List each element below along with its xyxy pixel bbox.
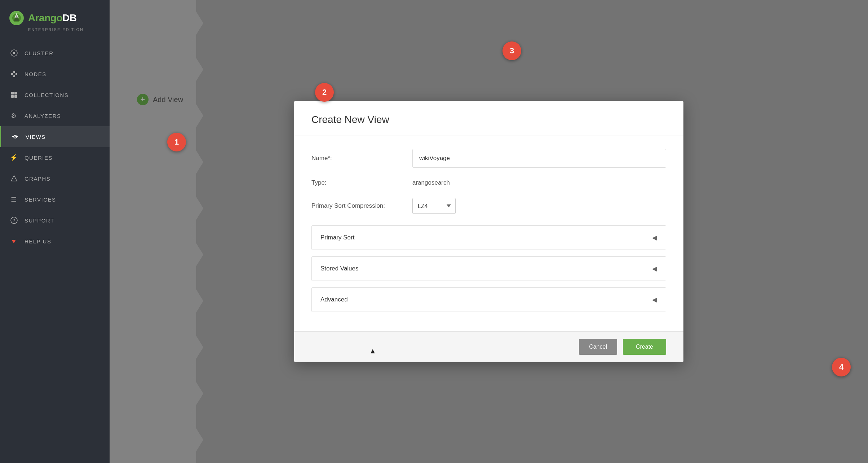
sidebar-item-services-label: SERVICES	[25, 197, 56, 203]
annotation-1: 1	[167, 133, 186, 151]
type-value: arangosearch	[412, 179, 666, 186]
sidebar-nav: CLUSTER NODES CO	[0, 39, 110, 463]
primary-sort-title: Primary Sort	[320, 234, 354, 241]
services-icon: ☰	[10, 195, 18, 203]
svg-rect-10	[11, 95, 14, 98]
compression-label: Primary Sort Compression:	[311, 202, 412, 210]
sidebar: ArangoDB ENTERPRISE EDITION CLUSTER	[0, 0, 110, 463]
svg-rect-4	[11, 73, 13, 75]
svg-rect-7	[13, 75, 15, 77]
stored-values-header[interactable]: Stored Values ◀	[312, 257, 666, 281]
primary-sort-header[interactable]: Primary Sort ◀	[312, 226, 666, 250]
main-content: + Add View 1 2 3 4 Create New View Name*…	[110, 0, 868, 463]
advanced-arrow: ◀	[652, 296, 657, 304]
sidebar-item-queries[interactable]: ⚡ QUERIES	[0, 147, 110, 168]
sidebar-item-graphs[interactable]: GRAPHS	[0, 168, 110, 189]
dialog-title: Create New View	[311, 114, 666, 125]
logo-area: ArangoDB ENTERPRISE EDITION	[0, 0, 110, 39]
type-row: Type: arangosearch	[311, 179, 666, 186]
heart-icon: ♥	[10, 237, 18, 245]
nodes-icon	[10, 70, 18, 78]
sidebar-item-analyzers-label: ANALYZERS	[25, 113, 61, 119]
sidebar-item-services[interactable]: ☰ SERVICES	[0, 189, 110, 210]
name-input[interactable]	[412, 149, 666, 168]
primary-sort-section: Primary Sort ◀	[311, 225, 666, 250]
collections-icon	[10, 91, 18, 99]
sidebar-item-collections-label: COLLECTIONS	[25, 92, 68, 98]
sidebar-item-nodes-label: NODES	[25, 71, 46, 77]
advanced-header[interactable]: Advanced ◀	[312, 288, 666, 312]
dialog-header: Create New View	[294, 101, 683, 136]
mouse-cursor: ▲	[369, 347, 376, 355]
name-label: Name*:	[311, 155, 412, 162]
stored-values-arrow: ◀	[652, 265, 657, 273]
sidebar-item-cluster-label: CLUSTER	[25, 50, 54, 56]
svg-text:?: ?	[13, 218, 15, 223]
svg-rect-5	[13, 71, 15, 73]
advanced-section: Advanced ◀	[311, 287, 666, 312]
sidebar-item-queries-label: QUERIES	[25, 155, 53, 161]
arangodb-logo-icon	[9, 10, 25, 26]
compression-select[interactable]: LZ4 none	[412, 198, 456, 214]
analyzers-icon: ⚙	[10, 112, 18, 120]
sidebar-item-support[interactable]: ? SUPPORT	[0, 210, 110, 231]
sidebar-item-views-label: VIEWS	[26, 134, 46, 140]
support-icon: ?	[10, 216, 18, 224]
sidebar-item-help-us[interactable]: ♥ HELP US	[0, 231, 110, 252]
name-row: Name*:	[311, 149, 666, 168]
create-view-dialog: Create New View Name*: Type: arangosearc…	[294, 101, 683, 362]
sidebar-item-nodes[interactable]: NODES	[0, 63, 110, 84]
sidebar-item-views[interactable]: VIEWS	[0, 126, 110, 147]
dialog-body: Name*: Type: arangosearch Primary Sort C…	[294, 136, 683, 331]
primary-sort-arrow: ◀	[652, 234, 657, 242]
svg-rect-8	[11, 92, 14, 94]
cluster-icon	[10, 49, 18, 57]
annotation-2: 2	[315, 83, 334, 102]
sidebar-item-help-us-label: HELP US	[25, 238, 51, 244]
logo-text: ArangoDB	[28, 12, 76, 24]
svg-point-13	[15, 136, 16, 137]
type-label: Type:	[311, 179, 412, 186]
cancel-button[interactable]: Cancel	[579, 339, 617, 355]
graphs-icon	[10, 175, 18, 182]
advanced-title: Advanced	[320, 296, 348, 303]
svg-marker-16	[11, 176, 17, 181]
svg-rect-11	[14, 95, 17, 98]
svg-point-3	[13, 52, 15, 54]
views-icon	[11, 133, 19, 141]
edition-label: ENTERPRISE EDITION	[28, 27, 84, 32]
modal-overlay: Create New View Name*: Type: arangosearc…	[110, 0, 868, 463]
svg-rect-9	[14, 92, 17, 94]
stored-values-section: Stored Values ◀	[311, 256, 666, 281]
queries-icon: ⚡	[10, 154, 18, 162]
sidebar-item-collections[interactable]: COLLECTIONS	[0, 84, 110, 105]
create-button[interactable]: Create	[623, 339, 666, 355]
compression-row: Primary Sort Compression: LZ4 none	[311, 198, 666, 214]
annotation-4: 4	[832, 358, 851, 376]
sidebar-item-graphs-label: GRAPHS	[25, 176, 50, 182]
dialog-footer: ▲ Cancel Create	[294, 331, 683, 362]
sidebar-item-analyzers[interactable]: ⚙ ANALYZERS	[0, 105, 110, 126]
annotation-3: 3	[502, 41, 521, 60]
sidebar-item-support-label: SUPPORT	[25, 217, 54, 224]
sidebar-item-cluster[interactable]: CLUSTER	[0, 43, 110, 63]
svg-rect-6	[15, 73, 17, 75]
stored-values-title: Stored Values	[320, 265, 359, 272]
